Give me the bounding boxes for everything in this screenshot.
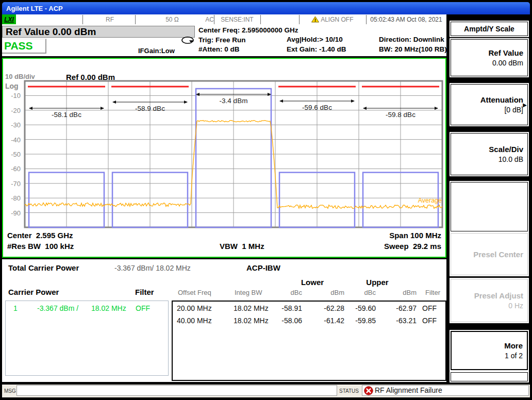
carrier-index: 1 [13, 304, 18, 312]
acp-annotation-label: -58.1 dBc [52, 111, 81, 119]
ifgain-label: IFGain:Low [138, 46, 175, 56]
active-function-readout: Ref Value 0.00 dBm [2, 26, 195, 38]
upper-dbc-cell: -59.85 [345, 316, 376, 325]
filter-cell: OFF [414, 316, 445, 325]
acp-annotation-label: -59.8 dBc [386, 111, 415, 119]
svg-text:!: ! [314, 18, 316, 23]
divider [260, 15, 261, 24]
col-upper-dbc: dBc [345, 289, 376, 296]
spectrum-display: 10 dB/div Log Ref 0.00 dBm -10-20-30-40-… [2, 58, 446, 258]
acp-annotation-label: -3.4 dBm [220, 97, 248, 105]
warning-icon: ! [311, 16, 319, 23]
title-bar: Agilent LTE - ACP [2, 2, 530, 14]
y-axis-label: -50 [3, 151, 21, 158]
carrier-power-table: 1 -3.367 dBm / 18.02 MHz OFF [5, 301, 169, 376]
col-integ-bw: Integ BW [235, 289, 262, 296]
lower-group-header: Lower [289, 278, 336, 287]
softkey-presel-adjust[interactable]: Presel Adjust 0 Hz [451, 279, 528, 322]
divider [82, 15, 83, 24]
softkey-presel-center[interactable]: Presel Center [451, 233, 528, 275]
span-footer: Span 100 MHz [389, 231, 441, 240]
bw-readout: BW: 20 MHz(100 RB) [379, 45, 447, 55]
lxi-badge: LXI [2, 14, 16, 24]
status-box[interactable]: RF Alignment Failure [362, 385, 529, 396]
sense-indicator: SENSE:INT [214, 16, 260, 23]
y-axis-label: -60 [3, 165, 21, 172]
softkey-value: 1 of 2 [505, 352, 523, 360]
direction-readout: Direction: Downlink [379, 35, 447, 45]
res-bw-footer: #Res BW 100 kHz [7, 242, 74, 251]
softkey-label: Ref Value [488, 48, 523, 57]
acp-ibw-label: ACP-IBW [246, 263, 280, 272]
carrier-power-label: Carrier Power [8, 288, 59, 296]
submenu-arrow-icon: ▶ [523, 102, 527, 108]
vbw-footer: VBW 1 MHz [220, 242, 264, 251]
softkey-value: 0 Hz [508, 302, 523, 310]
softkey-strip [451, 372, 528, 381]
divider [135, 15, 136, 24]
log-scale-label: Log [5, 82, 19, 90]
upper-dbm-cell: -63.21 [386, 316, 417, 325]
align-off-label: ALIGN OFF [321, 16, 353, 23]
avg-hold-readout: Avg|Hold:> 10/10 [287, 35, 346, 45]
softkey-value: 10.0 dB [498, 155, 523, 163]
softkey-label: Attenuation [480, 95, 523, 104]
lower-dbm-cell: -62.28 [313, 304, 344, 312]
msg-label: MSG [4, 388, 16, 394]
col-lower-dbm: dBm [313, 289, 344, 296]
carrier-filter-label: Filter [135, 288, 154, 296]
lower-dbm-cell: -61.42 [313, 316, 344, 325]
softkey-attenuation[interactable]: Attenuation [0 dB] ▶ [451, 84, 528, 125]
trigger-readout: Trig: Free Run [198, 36, 298, 45]
softkey-blank[interactable] [451, 182, 528, 231]
spectrum-plot: -58.1 dBc-58.9 dBc-3.4 dBm-59.6 dBc-59.8… [24, 80, 444, 229]
upper-dbm-cell: -62.97 [386, 304, 417, 312]
filter-cell: OFF [414, 304, 445, 312]
pass-indicator: PASS [2, 39, 46, 54]
continuous-sweep-icon [180, 36, 196, 45]
softkey-menu: Amptd/Y Scale Ref Value 0.00 dBm Attenua… [448, 20, 530, 382]
upper-group-header: Upper [352, 278, 403, 287]
window-title: Agilent LTE - ACP [6, 5, 63, 12]
message-box[interactable] [16, 385, 337, 396]
scale-per-div-label: 10 dB/div [5, 73, 35, 80]
impedance-indicator: 50 Ω [157, 16, 188, 23]
y-axis-label: -20 [3, 107, 21, 114]
acp-annotation-label: -58.9 dBc [135, 105, 165, 112]
carrier-power-value: -3.367 dBm / [37, 304, 78, 312]
integ-bw-cell: 18.02 MHz [234, 304, 269, 312]
center-freq-readout: Center Freq: 2.595000000 GHz [198, 26, 298, 36]
acp-offset-table: 20.00 MHz 18.02 MHz -58.91 -62.28 -59.60… [172, 301, 446, 381]
lower-dbc-cell: -58.06 [271, 316, 302, 325]
offset-freq-cell: 20.00 MHz [177, 304, 212, 312]
y-axis-label: -40 [3, 136, 21, 143]
softkey-label: Scale/Div [489, 145, 523, 154]
total-carrier-power-value: -3.367 dBm/ 18.02 MHz [114, 264, 191, 272]
settings-column-2: Avg|Hold:> 10/10 Ext Gain: -1.40 dB [287, 35, 346, 54]
atten-readout: #Atten: 0 dB [198, 45, 298, 55]
softkey-label: More [504, 341, 523, 350]
upper-dbc-cell: -59.60 [345, 304, 376, 312]
carrier-bw-value: 18.02 MHz [91, 304, 126, 312]
settings-column-1: Center Freq: 2.595000000 GHz Trig: Free … [198, 26, 298, 55]
softkey-more[interactable]: More 1 of 2 [451, 331, 528, 370]
col-offset-freq: Offset Freq [178, 289, 211, 296]
y-axis-label: -80 [3, 194, 21, 202]
datetime-indicator: 05:02:43 AM Oct 08, 2021 [366, 16, 446, 23]
status-message: RF Alignment Failure [375, 386, 442, 394]
y-axis-label: -70 [3, 180, 21, 187]
col-lower-dbc: dBc [271, 289, 302, 296]
trace-legend-label: Average [418, 197, 442, 204]
acp-annotation-label: -59.6 dBc [302, 104, 332, 111]
softkey-scale-div[interactable]: Scale/Div 10.0 dB [451, 133, 528, 175]
sweep-footer: Sweep 29.2 ms [384, 242, 441, 251]
y-axis-label: -90 [3, 209, 21, 216]
table-row: 20.00 MHz 18.02 MHz -58.91 -62.28 -59.60… [173, 304, 445, 315]
col-filter: Filter [409, 289, 440, 296]
y-axis-label: -10 [3, 92, 21, 99]
total-carrier-power-label: Total Carrier Power [8, 263, 79, 272]
top-status-bar: LXI RF 50 Ω AC SENSE:INT ! ALIGN OFF 05:… [2, 14, 446, 25]
status-label: STATUS [339, 388, 359, 394]
table-row: 40.00 MHz 18.02 MHz -58.06 -61.42 -59.85… [173, 316, 445, 328]
softkey-ref-value[interactable]: Ref Value 0.00 dBm [451, 39, 528, 76]
